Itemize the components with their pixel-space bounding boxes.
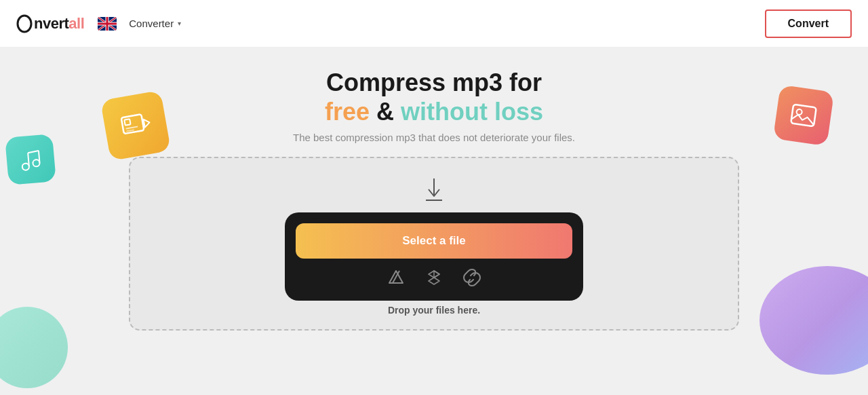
dropbox-icon[interactable] — [425, 268, 443, 287]
title-line1: Compress mp3 for — [293, 68, 575, 97]
main-content: Compress mp3 for free & without loss The… — [0, 48, 868, 395]
svg-rect-11 — [124, 119, 130, 125]
blob-right-decoration — [760, 266, 868, 375]
upload-card: Select a file — [285, 212, 583, 301]
converter-nav[interactable]: Converter ▾ — [129, 18, 181, 29]
music-icon-decoration — [5, 134, 56, 185]
converter-nav-label: Converter — [129, 18, 174, 29]
convert-button[interactable]: Convert — [765, 10, 852, 38]
select-file-button[interactable]: Select a file — [296, 223, 572, 259]
title-section: Compress mp3 for free & without loss The… — [293, 68, 575, 143]
svg-point-0 — [18, 16, 31, 32]
cloud-service-icons — [387, 268, 481, 290]
blob-left-decoration — [0, 307, 68, 388]
svg-marker-26 — [434, 271, 439, 278]
language-flag[interactable] — [98, 17, 117, 31]
title-colored-line: free & without loss — [293, 97, 575, 126]
logo-text-convert: nvert — [34, 15, 68, 33]
subtitle: The best compression mp3 that does not d… — [293, 132, 575, 143]
logo[interactable]: nvertall — [16, 14, 84, 33]
chevron-down-icon: ▾ — [178, 20, 181, 27]
drop-text: Drop your files here. — [388, 305, 480, 316]
image-icon-decoration — [773, 85, 834, 146]
drop-zone[interactable]: Select a file — [129, 157, 739, 331]
title-free: free — [325, 98, 370, 126]
header: nvertall Converter ▾ Convert — [0, 0, 868, 48]
title-without-loss: without loss — [401, 98, 543, 126]
title-and: & — [370, 98, 401, 126]
google-drive-icon[interactable] — [387, 268, 406, 287]
upload-icon — [423, 177, 445, 202]
svg-rect-12 — [125, 126, 138, 129]
logo-text-all: all — [68, 15, 84, 33]
svg-point-15 — [796, 109, 802, 115]
svg-line-20 — [28, 151, 39, 153]
video-icon-decoration — [100, 90, 171, 161]
link-icon[interactable] — [462, 268, 481, 287]
svg-line-23 — [393, 271, 399, 283]
